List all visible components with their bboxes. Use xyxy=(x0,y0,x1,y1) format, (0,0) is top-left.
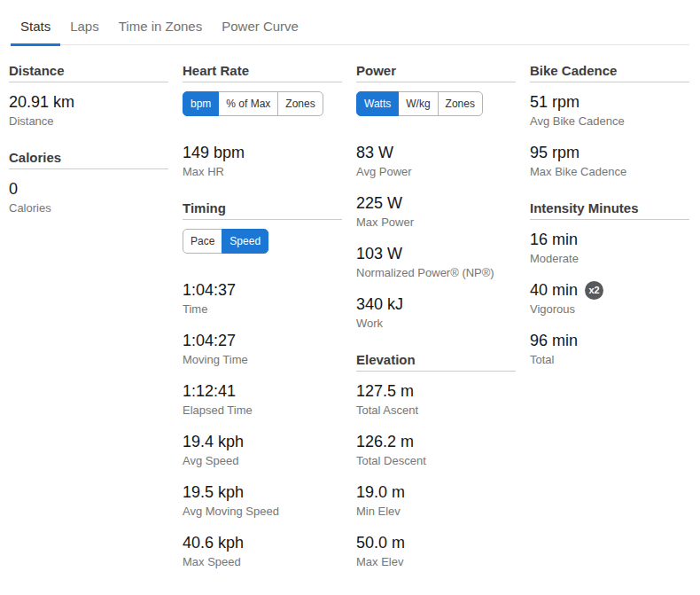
metric-value-row: 19.4 kph xyxy=(183,431,342,452)
stats-column-3: PowerWattsW/kgZones83 WAvg Power225 WMax… xyxy=(356,62,516,590)
metric-value: 19.5 kph xyxy=(183,481,244,503)
metric-value-row: 0 xyxy=(9,178,168,200)
metric-min-elev: 19.0 mMin Elev xyxy=(356,481,516,521)
metric-moving-time: 1:04:27Moving Time xyxy=(183,330,342,369)
metric-value-row: 51 rpm xyxy=(530,91,689,113)
metric-time: 1:04:37Time xyxy=(183,279,342,318)
metric-label: Max Elev xyxy=(356,553,516,571)
section-title: Heart Rate xyxy=(183,62,342,82)
metric-value: 0 xyxy=(9,178,18,200)
metric-label: Max Speed xyxy=(183,553,342,571)
metric-value: 40 min xyxy=(530,279,578,301)
metric-value: 340 kJ xyxy=(356,294,403,315)
toggle-option-pace[interactable]: Pace xyxy=(183,229,222,254)
tab-stats[interactable]: Stats xyxy=(11,18,60,46)
metric-label: Avg Power xyxy=(356,163,516,181)
metric-value-row: 19.5 kph xyxy=(183,481,342,503)
section-title: Calories xyxy=(9,149,168,169)
metric-value-row: 1:04:37 xyxy=(183,279,342,301)
metric-work: 340 kJWork xyxy=(356,294,516,333)
metric-label: Distance xyxy=(9,113,168,130)
section-title: Intensity Minutes xyxy=(530,200,689,220)
metric-value-row: 50.0 m xyxy=(356,532,516,553)
metric-label: Total xyxy=(530,351,689,369)
toggle-option-watts[interactable]: Watts xyxy=(356,91,399,116)
metric-label: Max Power xyxy=(356,214,516,231)
metric-value: 103 W xyxy=(356,243,402,264)
metric-avg-speed: 19.4 kphAvg Speed xyxy=(183,431,342,470)
multiplier-badge: x2 xyxy=(585,281,603,300)
metric-distance: 20.91 kmDistance xyxy=(9,91,168,130)
timing-unit-toggle: PaceSpeed xyxy=(183,229,268,254)
section-title: Distance xyxy=(9,62,168,82)
tab-bar: StatsLapsTime in ZonesPower Curve xyxy=(11,0,689,45)
metric-total-ascent: 127.5 mTotal Ascent xyxy=(356,380,516,419)
section-bike-cadence: Bike Cadence51 rpmAvg Bike Cadence95 rpm… xyxy=(530,62,689,181)
section-title: Bike Cadence xyxy=(530,62,689,82)
metric-label: Max HR xyxy=(183,163,342,181)
metric-label: Min Elev xyxy=(356,503,516,521)
tab-power-curve[interactable]: Power Curve xyxy=(212,18,308,46)
toggle-option-zones[interactable]: Zones xyxy=(277,91,323,116)
metric-total-descent: 126.2 mTotal Descent xyxy=(356,431,516,470)
section-power: PowerWattsW/kgZones83 WAvg Power225 WMax… xyxy=(356,62,516,333)
metric-avg-moving-speed: 19.5 kphAvg Moving Speed xyxy=(183,481,342,521)
toggle-option-zones[interactable]: Zones xyxy=(438,91,483,116)
metric-value-row: 19.0 m xyxy=(356,481,516,503)
metric-label: Vigorous xyxy=(530,301,689,318)
section-calories: Calories0Calories xyxy=(9,149,168,217)
metric-label: Elapsed Time xyxy=(183,402,342,419)
metric-value-row: 1:04:27 xyxy=(183,330,342,351)
metric-value: 1:04:37 xyxy=(183,279,236,301)
metric-max-elev: 50.0 mMax Elev xyxy=(356,532,516,571)
metric-label: Avg Moving Speed xyxy=(183,503,342,521)
metric-value: 40.6 kph xyxy=(183,532,244,553)
metric-avg-power: 83 WAvg Power xyxy=(356,142,516,181)
metric-value: 127.5 m xyxy=(356,380,414,402)
metric-value-row: 16 min xyxy=(530,229,689,250)
toggle-option-w-kg[interactable]: W/kg xyxy=(398,91,438,116)
metric-value-row: 103 W xyxy=(356,243,516,264)
metric-label: Calories xyxy=(9,200,168,217)
tab-laps[interactable]: Laps xyxy=(60,18,109,46)
metric-label: Total Descent xyxy=(356,452,516,470)
metric-vigorous: 40 minx2Vigorous xyxy=(530,279,689,318)
section-heart-rate: Heart Ratebpm% of MaxZones149 bpmMax HR xyxy=(183,62,342,181)
metric-value: 126.2 m xyxy=(356,431,414,452)
metric-value: 225 W xyxy=(356,192,402,214)
toggle-option-of-max[interactable]: % of Max xyxy=(218,91,278,116)
tab-time-in-zones[interactable]: Time in Zones xyxy=(109,18,212,46)
section-title: Elevation xyxy=(356,351,516,372)
stats-column-4: Bike Cadence51 rpmAvg Bike Cadence95 rpm… xyxy=(530,62,689,388)
section-distance: Distance20.91 kmDistance xyxy=(9,62,168,130)
metric-value: 51 rpm xyxy=(530,91,579,113)
metric-value-row: 149 bpm xyxy=(183,142,342,163)
toggle-option-bpm[interactable]: bpm xyxy=(183,91,219,116)
metric-label: Avg Bike Cadence xyxy=(530,113,689,130)
section-elevation: Elevation127.5 mTotal Ascent126.2 mTotal… xyxy=(356,351,516,571)
metric-label: Time xyxy=(183,301,342,318)
metric-label: Moving Time xyxy=(183,351,342,369)
metric-max-power: 225 WMax Power xyxy=(356,192,516,231)
stats-column-2: Heart Ratebpm% of MaxZones149 bpmMax HRT… xyxy=(183,62,342,590)
metric-calories: 0Calories xyxy=(9,178,168,217)
metric-value: 1:12:41 xyxy=(183,380,236,402)
metric-value-row: 1:12:41 xyxy=(183,380,342,402)
metric-total: 96 minTotal xyxy=(530,330,689,369)
metric-label: Total Ascent xyxy=(356,402,516,419)
metric-value-row: 225 W xyxy=(356,192,516,214)
metric-max-bike-cadence: 95 rpmMax Bike Cadence xyxy=(530,142,689,181)
metric-value-row: 96 min xyxy=(530,330,689,351)
metric-value-row: 126.2 m xyxy=(356,431,516,452)
section-title: Power xyxy=(356,62,516,82)
metric-value: 95 rpm xyxy=(530,142,579,163)
metric-max-speed: 40.6 kphMax Speed xyxy=(183,532,342,571)
metric-value-row: 40 minx2 xyxy=(530,279,689,301)
metric-value-row: 83 W xyxy=(356,142,516,163)
toggle-option-speed[interactable]: Speed xyxy=(222,229,268,254)
metric-label: Work xyxy=(356,315,516,333)
heart-rate-unit-toggle: bpm% of MaxZones xyxy=(183,91,323,116)
metric-value: 83 W xyxy=(356,142,393,163)
metric-value: 96 min xyxy=(530,330,578,351)
metric-normalized-power-np: 103 WNormalized Power® (NP®) xyxy=(356,243,516,282)
